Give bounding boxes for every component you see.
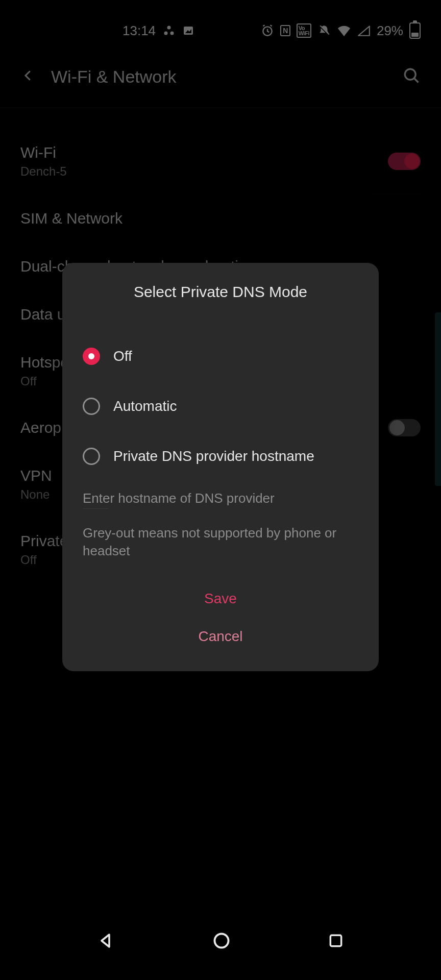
save-button[interactable]: Save	[204, 591, 237, 607]
cancel-button[interactable]: Cancel	[198, 628, 242, 645]
dialog-title: Select Private DNS Mode	[62, 283, 379, 301]
svg-rect-8	[330, 935, 341, 946]
screen: 13:14 N VoWiFi 29%	[0, 15, 441, 965]
radio-label: Automatic	[113, 398, 177, 414]
radio-label: Off	[113, 348, 132, 364]
nav-back-button[interactable]	[97, 932, 115, 952]
radio-option-automatic[interactable]: Automatic	[62, 381, 379, 431]
dialog-note: Grey-out means not supported by phone or…	[62, 509, 379, 570]
radio-icon	[83, 398, 100, 415]
private-dns-dialog: Select Private DNS Mode Off Automatic Pr…	[62, 263, 379, 671]
radio-label: Private DNS provider hostname	[113, 448, 314, 464]
nav-home-button[interactable]	[212, 932, 231, 952]
radio-icon	[83, 448, 100, 465]
svg-point-7	[215, 934, 229, 948]
hostname-input[interactable]: Enter hostname of DNS provider	[83, 491, 358, 506]
nav-recents-button[interactable]	[328, 933, 344, 951]
nav-bar	[0, 919, 441, 965]
radio-option-off[interactable]: Off	[62, 331, 379, 381]
radio-option-hostname[interactable]: Private DNS provider hostname	[62, 431, 379, 481]
radio-icon	[83, 348, 100, 365]
